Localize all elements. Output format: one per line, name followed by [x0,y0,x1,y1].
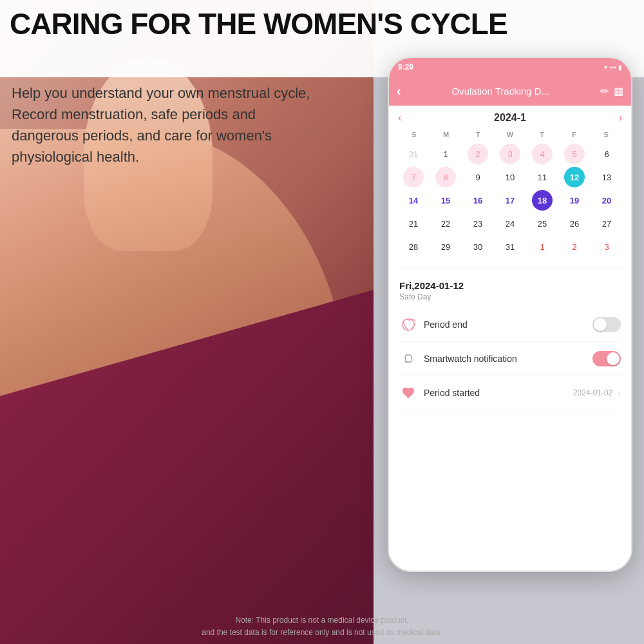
period-end-label: Period end [424,319,592,330]
subtitle-text: Help you understand your own menstrual c… [12,82,321,167]
calendar-month: 2024-1 [494,112,526,124]
calendar-day-28[interactable]: 27 [596,213,617,234]
period-started-value: 2024-01-02 [573,388,612,397]
edit-icon[interactable]: ✏ [600,85,609,97]
calendar-day-8[interactable]: 7 [403,167,424,187]
calendar-header: ‹ 2024-1 › [398,112,622,124]
calendar-day-14[interactable]: 13 [596,167,617,187]
calendar-day-27[interactable]: 26 [564,213,585,234]
period-end-icon [399,316,417,334]
period-started-icon [399,384,417,402]
weekday-fri: F [558,129,591,140]
svg-rect-1 [405,355,411,363]
calendar-day-16[interactable]: 15 [435,190,456,211]
footer-note: Note: This product is not a medical devi… [0,614,644,639]
calendar-day-13[interactable]: 12 [564,167,585,187]
period-started-label: Period started [424,388,573,398]
status-icons: ▾ ▪▪▪ ▮ [604,64,622,71]
calendar-day-22[interactable]: 21 [403,213,424,234]
calendar-weekdays: S M T W T F S [398,129,622,140]
calendar-day-12[interactable]: 11 [532,167,553,187]
prev-month-button[interactable]: ‹ [398,112,401,124]
signal-icon: ▪▪▪ [609,64,616,71]
detail-section: Fri,2024-01-12 Safe Day Period end [389,272,631,414]
calendar-day-20[interactable]: 19 [564,190,585,211]
detail-date: Fri,2024-01-12 [399,280,621,291]
calendar-day-29[interactable]: 28 [403,236,424,257]
calendar-day-21[interactable]: 20 [596,190,617,211]
weekday-sat: S [590,129,622,140]
calendar-day-34[interactable]: 2 [564,236,585,257]
calendar-day-4[interactable]: 3 [500,144,520,164]
calendar-day-23[interactable]: 22 [435,213,456,234]
chevron-right-icon: › [618,388,621,398]
calendar-day-9[interactable]: 8 [435,167,456,187]
calendar-day-26[interactable]: 25 [532,213,553,234]
status-time: 9:29 [398,62,413,71]
weekday-thu: T [526,129,558,140]
calendar-day-2[interactable]: 1 [435,144,456,164]
calendar-day-10[interactable]: 9 [468,167,488,187]
smartwatch-toggle[interactable] [592,351,621,366]
calendar-day-19[interactable]: 18 [532,190,553,211]
back-button[interactable]: ‹ [397,84,401,99]
calendar-icon[interactable]: ▦ [614,85,623,97]
weekday-wed: W [494,129,526,140]
calendar-day-17[interactable]: 16 [468,190,488,211]
header-title: Ovulation Tracking D... [406,86,595,97]
calendar-day-11[interactable]: 10 [500,167,520,187]
calendar-day-1[interactable]: 31 [403,144,424,164]
calendar-day-3[interactable]: 2 [468,144,488,164]
detail-type: Safe Day [399,292,621,301]
smartwatch-row: Smartwatch notification [399,342,621,376]
calendar-day-5[interactable]: 4 [532,144,553,164]
app-header: ‹ Ovulation Tracking D... ✏ ▦ [389,76,631,106]
footer-line2: and the test data is for reference only … [0,627,644,639]
calendar-section: ‹ 2024-1 › S M T W T F S 311234567891011… [389,106,631,264]
header-icons: ✏ ▦ [600,85,623,97]
footer-line1: Note: This product is not a medical devi… [0,614,644,627]
smartwatch-label: Smartwatch notification [424,354,592,364]
period-started-row[interactable]: Period started 2024-01-02 › [399,376,621,410]
period-end-row: Period end [399,308,621,342]
wifi-icon: ▾ [604,64,607,71]
status-bar: 9:29 ▾ ▪▪▪ ▮ [389,58,631,76]
next-month-button[interactable]: › [619,112,622,124]
calendar-day-25[interactable]: 24 [500,213,520,234]
calendar-day-30[interactable]: 29 [435,236,456,257]
calendar-day-7[interactable]: 6 [596,144,617,164]
calendar-day-32[interactable]: 31 [500,236,520,257]
calendar-day-15[interactable]: 14 [403,190,424,211]
calendar-day-35[interactable]: 3 [596,236,617,257]
calendar-day-6[interactable]: 5 [564,144,585,164]
calendar-days: 3112345678910111213141516171819202122232… [398,143,622,258]
calendar-day-33[interactable]: 1 [532,236,553,257]
weekday-tue: T [462,129,494,140]
phone-mockup: 9:29 ▾ ▪▪▪ ▮ ‹ Ovulation Tracking D... ✏… [388,57,632,572]
weekday-sun: S [398,129,430,140]
calendar-day-18[interactable]: 17 [500,190,520,211]
smartwatch-icon [399,350,417,368]
divider-1 [398,268,622,269]
calendar-day-24[interactable]: 23 [468,213,488,234]
battery-icon: ▮ [618,64,622,71]
period-end-toggle[interactable] [592,317,621,332]
weekday-mon: M [430,129,462,140]
main-title: CARING FOR THE WOMEN'S CYCLE [10,8,507,41]
calendar-day-31[interactable]: 30 [468,236,488,257]
